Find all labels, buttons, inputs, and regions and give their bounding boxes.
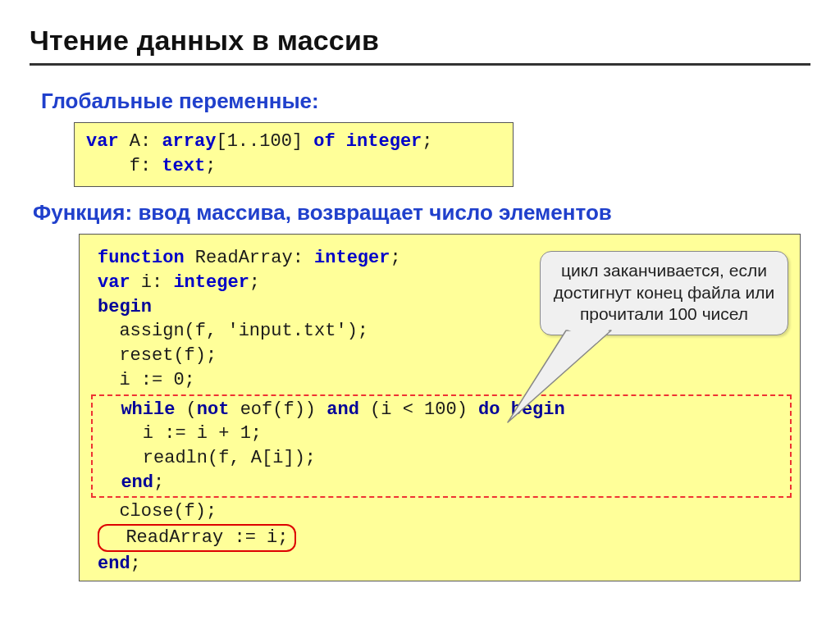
while-loop-highlight: while (not eof(f)) and (i < 100) do begi… xyxy=(91,394,792,499)
subhead-globals: Глобальные переменные: xyxy=(41,89,810,114)
code-box-function: цикл заканчивается, если достигнут конец… xyxy=(79,234,801,581)
code-line: close(f); xyxy=(98,499,787,524)
page-title: Чтение данных в массив xyxy=(30,25,810,66)
code-box-globals: var A: array[1..100] of integer; f: text… xyxy=(74,122,514,187)
code-line: readln(f, A[i]); xyxy=(99,446,785,471)
code-line: i := 0; xyxy=(98,368,787,393)
return-value-highlight: ReadArray := i; xyxy=(98,524,296,552)
code-line: i := i + 1; xyxy=(99,422,785,446)
subhead-function: Функция: ввод массива, возвращает число … xyxy=(33,200,810,226)
code-line: end; xyxy=(98,552,787,577)
code-line: end; xyxy=(99,471,785,495)
code-line: ReadArray := i; xyxy=(98,524,787,552)
slide: Чтение данных в массив Глобальные переме… xyxy=(0,0,840,581)
code-line: var A: array[1..100] of integer; xyxy=(86,130,501,154)
callout-tooltip: цикл заканчивается, если достигнут конец… xyxy=(540,251,788,335)
code-line: while (not eof(f)) and (i < 100) do begi… xyxy=(99,398,785,422)
code-line: reset(f); xyxy=(98,344,787,368)
code-line: f: text; xyxy=(86,154,501,179)
